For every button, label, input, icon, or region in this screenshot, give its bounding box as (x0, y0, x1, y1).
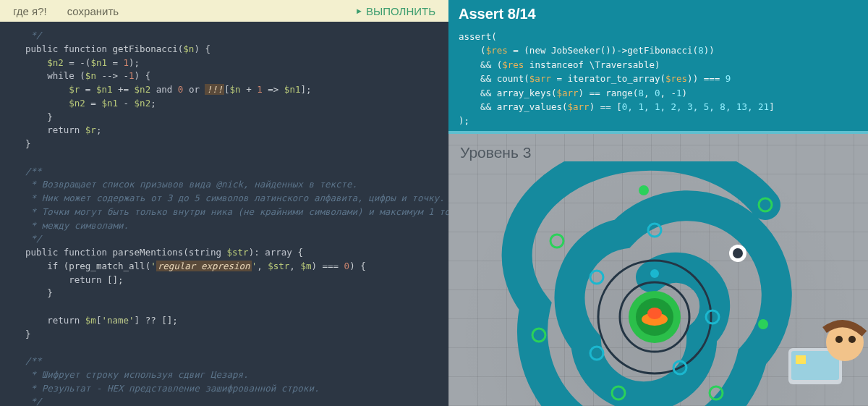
svg-rect-9 (796, 355, 806, 364)
editor-toolbar: где я?! сохранить ВЫПОЛНИТЬ (0, 0, 448, 22)
level-panel[interactable]: Уровень 3 (448, 134, 868, 406)
stage-dot-current[interactable] (729, 245, 746, 262)
svg-point-12 (848, 336, 856, 343)
assert-panel: Assert 8/14 assert( ($res = (new JobSeek… (448, 0, 868, 134)
level-title: Уровень 3 (460, 144, 531, 161)
save-link[interactable]: сохранить (67, 5, 119, 17)
mascot-icon (767, 305, 868, 406)
stage-dot[interactable] (590, 271, 603, 284)
svg-point-4 (647, 308, 662, 319)
assert-code: assert( ($res = (new JobSeeker())->getFi… (459, 30, 858, 128)
stage-dot[interactable] (639, 185, 649, 195)
stage-dot[interactable] (650, 269, 659, 278)
stage-dot[interactable] (550, 234, 563, 248)
assert-title: Assert 8/14 (459, 6, 858, 22)
svg-point-6 (733, 248, 743, 258)
where-am-i-link[interactable]: где я?! (13, 5, 47, 17)
run-button[interactable]: ВЫПОЛНИТЬ (355, 5, 435, 17)
code-editor[interactable]: */ public function getFibonacci($n) { $n… (0, 22, 448, 406)
svg-point-11 (835, 336, 843, 343)
